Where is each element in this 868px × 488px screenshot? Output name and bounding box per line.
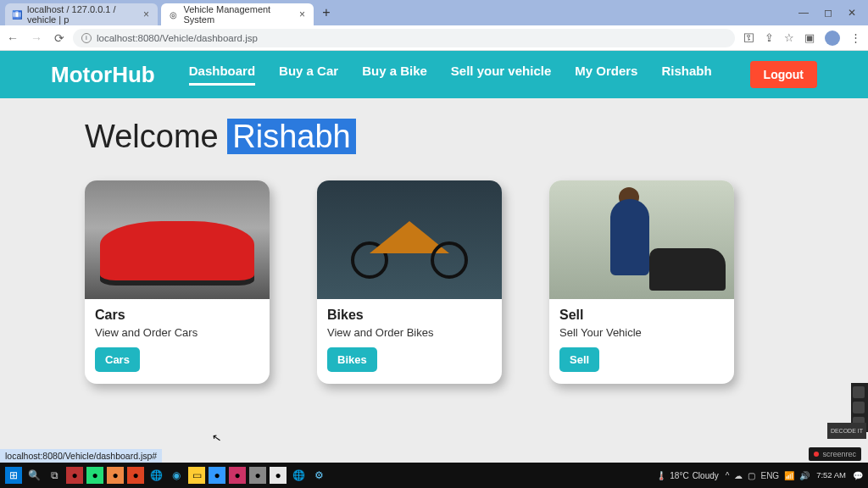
brand-logo[interactable]: MotorHub xyxy=(51,62,155,88)
explorer-icon[interactable]: ▭ xyxy=(188,467,205,484)
nav-my-orders[interactable]: My Orders xyxy=(575,64,637,86)
address-bar[interactable]: i localhost:8080/Vehicle/dashboard.jsp xyxy=(73,29,735,47)
nav-dashboard[interactable]: Dashboard xyxy=(189,64,255,86)
windows-taskbar: ⊞ 🔍 ⧉ ● ● ● ● 🌐 ◉ ▭ ● ● ● ● 🌐 ⚙ 🌡️ 18°C … xyxy=(0,463,868,488)
card-image-bike xyxy=(317,180,502,299)
weather-icon: 🌡️ xyxy=(656,471,666,480)
close-icon[interactable]: × xyxy=(143,8,149,20)
weather-widget[interactable]: 🌡️ 18°C Cloudy xyxy=(656,471,718,480)
chrome-icon[interactable]: 🌐 xyxy=(147,467,164,484)
app-navbar: MotorHub Dashboard Buy a Car Buy a Bike … xyxy=(0,51,868,98)
taskbar-app[interactable]: ● xyxy=(270,467,287,484)
card-image-sell xyxy=(549,180,734,299)
welcome-heading: Welcome Rishabh xyxy=(85,119,868,155)
task-view-icon[interactable]: ⧉ xyxy=(46,467,63,484)
browser-tab[interactable]: 🛄 localhost / 127.0.0.1 / vehicle | p × xyxy=(5,3,158,25)
taskbar-app[interactable]: ● xyxy=(86,467,103,484)
reload-icon[interactable]: ⟳ xyxy=(54,31,64,45)
card-button-bikes[interactable]: Bikes xyxy=(327,347,377,372)
window-controls: — ◻ ✕ xyxy=(798,7,863,19)
close-icon[interactable]: × xyxy=(299,8,305,20)
card-button-sell[interactable]: Sell xyxy=(559,347,599,372)
logout-button[interactable]: Logout xyxy=(750,61,817,88)
nav-sell-vehicle[interactable]: Sell your vehicle xyxy=(451,64,551,86)
browser-tab-strip: 🛄 localhost / 127.0.0.1 / vehicle | p × … xyxy=(0,0,868,25)
profile-avatar[interactable] xyxy=(825,30,840,46)
page-content: MotorHub Dashboard Buy a Car Buy a Bike … xyxy=(0,51,868,463)
notifications-icon[interactable]: 💬 xyxy=(853,471,863,480)
forward-icon[interactable]: → xyxy=(31,31,42,45)
browser-toolbar: ← → ⟳ i localhost:8080/Vehicle/dashboard… xyxy=(0,25,868,51)
card-bikes: Bikes View and Order Bikes Bikes xyxy=(317,180,502,384)
card-sell: Sell Sell Your Vehicle Sell xyxy=(549,180,734,384)
browser-tab-active[interactable]: ◎ Vehicle Management System × xyxy=(161,3,314,25)
card-cars: Cars View and Order Cars Cars xyxy=(85,180,270,384)
nav-buy-bike[interactable]: Buy a Bike xyxy=(362,64,427,86)
edge-icon[interactable]: ◉ xyxy=(168,467,185,484)
taskbar-app[interactable]: ● xyxy=(209,467,225,484)
taskbar-app[interactable]: ● xyxy=(107,467,124,484)
weather-temp: 18°C xyxy=(670,471,688,480)
taskbar-app[interactable]: ● xyxy=(66,467,83,484)
url-text: localhost:8080/Vehicle/dashboard.jsp xyxy=(97,33,258,43)
nav-buy-car[interactable]: Buy a Car xyxy=(279,64,338,86)
card-button-cars[interactable]: Cars xyxy=(95,347,140,372)
card-desc: Sell Your Vehicle xyxy=(559,326,724,339)
tab-favicon: ◎ xyxy=(168,8,178,20)
close-window-icon[interactable]: ✕ xyxy=(848,7,856,19)
extension-icon[interactable]: ▣ xyxy=(804,31,815,44)
camera-icon[interactable] xyxy=(853,386,865,398)
tray-chevron-icon[interactable]: ^ xyxy=(726,471,730,480)
nav-username[interactable]: Rishabh xyxy=(661,64,711,86)
welcome-username: Rishabh xyxy=(227,119,355,154)
taskbar-clock[interactable]: 7:52 AM xyxy=(816,471,846,480)
card-title: Cars xyxy=(95,308,259,323)
card-image-car xyxy=(85,180,270,299)
card-title: Bikes xyxy=(327,308,492,323)
menu-icon[interactable]: ⋮ xyxy=(850,31,861,44)
volume-icon[interactable]: 🔊 xyxy=(799,471,810,480)
maximize-icon[interactable]: ◻ xyxy=(824,7,832,19)
language-icon[interactable]: ENG xyxy=(760,471,779,480)
card-title: Sell xyxy=(559,308,724,323)
cloud-icon[interactable]: ☁ xyxy=(734,471,743,480)
start-button[interactable]: ⊞ xyxy=(5,467,22,484)
site-info-icon[interactable]: i xyxy=(81,33,92,43)
wifi-icon[interactable]: 📶 xyxy=(784,471,794,480)
screen-recorder-badge[interactable]: screenrec xyxy=(809,447,861,461)
card-desc: View and Order Bikes xyxy=(327,326,492,339)
taskbar-app[interactable]: ● xyxy=(249,467,266,484)
tab-favicon: 🛄 xyxy=(12,8,22,20)
meet-icon[interactable]: ▢ xyxy=(748,471,755,480)
taskbar-app[interactable]: ● xyxy=(127,467,144,484)
key-icon[interactable]: ⚿ xyxy=(743,31,754,44)
cursor-icon: ↖ xyxy=(211,430,222,445)
welcome-prefix: Welcome xyxy=(85,119,227,154)
card-desc: View and Order Cars xyxy=(95,326,259,339)
minimize-icon[interactable]: — xyxy=(798,7,809,19)
decode-badge: DECODE IT xyxy=(827,423,866,439)
chrome-icon[interactable]: 🌐 xyxy=(290,467,307,484)
video-icon[interactable] xyxy=(853,402,865,413)
nav-links: Dashboard Buy a Car Buy a Bike Sell your… xyxy=(189,64,712,86)
search-icon[interactable]: 🔍 xyxy=(25,467,42,484)
browser-status-bar: localhost:8080/Vehicle/dashboard.jsp# xyxy=(0,449,162,463)
cards-row: Cars View and Order Cars Cars Bikes View… xyxy=(0,180,868,384)
record-dot-icon xyxy=(814,452,819,457)
tab-title: Vehicle Management System xyxy=(183,4,291,25)
tab-title: localhost / 127.0.0.1 / vehicle | p xyxy=(27,4,135,25)
bookmark-icon[interactable]: ☆ xyxy=(784,31,794,44)
recorder-label: screenrec xyxy=(822,450,856,458)
taskbar-app[interactable]: ⚙ xyxy=(310,467,327,484)
share-icon[interactable]: ⇪ xyxy=(765,31,774,44)
weather-desc: Cloudy xyxy=(693,471,719,480)
new-tab-button[interactable]: + xyxy=(317,3,336,22)
back-icon[interactable]: ← xyxy=(7,31,19,45)
taskbar-app[interactable]: ● xyxy=(229,467,246,484)
